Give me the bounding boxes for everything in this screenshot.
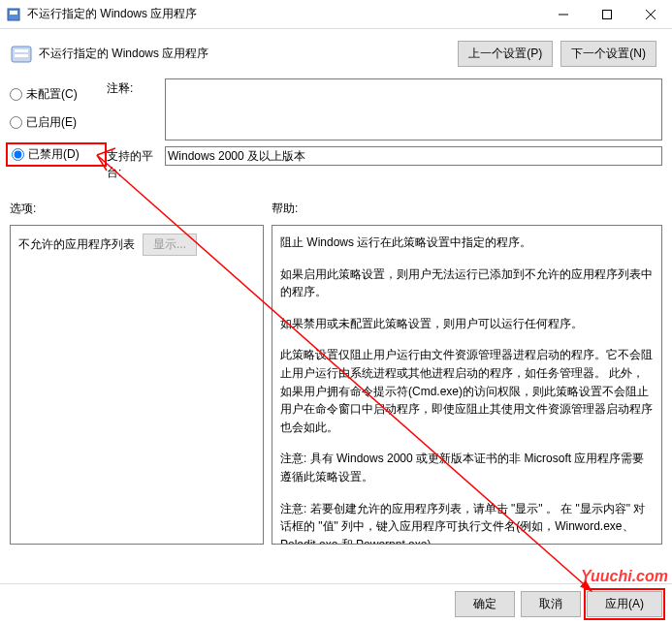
svg-rect-1	[10, 11, 17, 15]
options-label: 选项:	[10, 201, 272, 217]
maximize-button[interactable]	[585, 0, 628, 28]
options-panel: 不允许的应用程序列表 显示...	[10, 225, 264, 545]
radio-disabled-input[interactable]	[12, 148, 24, 161]
radio-unconfigured-input[interactable]	[10, 88, 22, 101]
watermark: Yuuchi.com	[581, 568, 668, 585]
radio-disabled-label: 已禁用(D)	[28, 146, 80, 163]
platform-value: Windows 2000 及以上版本	[165, 146, 662, 166]
cancel-button[interactable]: 取消	[521, 591, 581, 617]
radio-unconfigured[interactable]: 未配置(C)	[10, 86, 107, 103]
svg-rect-8	[15, 54, 28, 57]
header: 不运行指定的 Windows 应用程序 上一个设置(P) 下一个设置(N)	[0, 29, 672, 78]
radio-unconfigured-label: 未配置(C)	[26, 86, 78, 103]
radio-disabled[interactable]: 已禁用(D)	[12, 146, 101, 163]
help-p4: 此策略设置仅阻止用户运行由文件资源管理器进程启动的程序。它不会阻止用户运行由系统…	[280, 346, 654, 436]
prev-setting-button[interactable]: 上一个设置(P)	[458, 41, 553, 67]
comment-label: 注释:	[107, 78, 165, 97]
next-setting-button[interactable]: 下一个设置(N)	[560, 41, 656, 67]
ok-button[interactable]: 确定	[455, 591, 515, 617]
minimize-button[interactable]	[541, 0, 585, 28]
titlebar: 不运行指定的 Windows 应用程序	[0, 0, 672, 29]
help-p5: 注意: 具有 Windows 2000 或更新版本证书的非 Microsoft …	[280, 450, 654, 485]
help-panel: 阻止 Windows 运行在此策略设置中指定的程序。 如果启用此策略设置，则用户…	[272, 225, 662, 545]
policy-icon	[10, 43, 33, 66]
comment-textarea[interactable]	[165, 78, 662, 140]
radio-enabled[interactable]: 已启用(E)	[10, 114, 107, 131]
help-p3: 如果禁用或未配置此策略设置，则用户可以运行任何程序。	[280, 315, 654, 333]
app-icon	[0, 7, 27, 22]
svg-rect-3	[602, 10, 611, 18]
help-p1: 阻止 Windows 运行在此策略设置中指定的程序。	[280, 234, 654, 252]
footer: 确定 取消 应用(A)	[0, 583, 672, 624]
help-p2: 如果启用此策略设置，则用户无法运行已添加到不允许的应用程序列表中的程序。	[280, 265, 654, 301]
window-title: 不运行指定的 Windows 应用程序	[27, 6, 541, 22]
help-p6: 注意: 若要创建允许的应用程序列表，请单击 "显示" 。 在 "显示内容" 对话…	[280, 500, 654, 545]
close-button[interactable]	[628, 0, 672, 28]
radio-enabled-label: 已启用(E)	[26, 114, 77, 131]
disallowed-list-label: 不允许的应用程序列表	[18, 236, 135, 253]
radio-enabled-input[interactable]	[10, 116, 22, 129]
header-title: 不运行指定的 Windows 应用程序	[39, 46, 458, 62]
highlight-disabled: 已禁用(D)	[6, 142, 107, 167]
apply-button[interactable]: 应用(A)	[587, 591, 662, 617]
svg-rect-7	[15, 49, 28, 52]
help-label: 帮助:	[272, 201, 298, 217]
platform-label: 支持的平台:	[107, 146, 165, 181]
display-button[interactable]: 显示...	[143, 234, 197, 256]
